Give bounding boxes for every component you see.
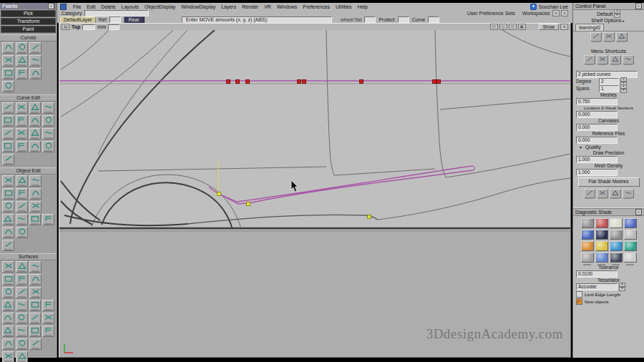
palette-tool-icon[interactable] (42, 300, 54, 311)
palette-tool-icon[interactable] (16, 338, 28, 350)
palette-tool-icon[interactable] (2, 141, 14, 152)
shelf-tool-icon[interactable] (584, 189, 595, 198)
viewport-scale-field[interactable] (82, 24, 95, 30)
palette-tool-paint[interactable]: Paint (1, 26, 56, 33)
palette-tool-icon[interactable] (2, 42, 14, 54)
diagnostic-shade-icon[interactable] (595, 241, 608, 251)
tab-learning2[interactable]: learning#2 (575, 24, 604, 31)
diagnostic-shade-icon[interactable] (581, 218, 594, 228)
menu-layers[interactable]: Layers (218, 4, 239, 9)
palette-tool-icon[interactable] (2, 326, 14, 337)
palette-section-curves[interactable]: Curves (0, 34, 57, 41)
palette-tool-icon[interactable] (29, 68, 42, 79)
user-preference-sets-label[interactable]: User Preference Sets (467, 11, 515, 16)
palette-tool-icon[interactable] (42, 141, 54, 152)
palette-tool-icon[interactable] (29, 102, 42, 114)
palette-tool-icon[interactable] (2, 214, 14, 225)
palette-tool-icon[interactable] (29, 55, 42, 67)
palette-tool-icon[interactable] (2, 240, 14, 251)
spans-field[interactable]: 1 (599, 85, 619, 92)
diagnostic-shade-icon[interactable] (595, 253, 608, 263)
palette-tool-icon[interactable] (16, 175, 28, 187)
menu-shortcuts-button[interactable]: Menu Shortcuts (573, 48, 644, 54)
user-icon[interactable] (530, 4, 537, 10)
diagnostic-shade-icon[interactable] (581, 230, 594, 240)
shelf-tool-icon[interactable] (584, 55, 595, 64)
menu-delete[interactable]: Delete (98, 4, 118, 9)
palette-tool-icon[interactable] (2, 128, 14, 140)
palette-tool-icon[interactable] (2, 274, 14, 285)
palette-tool-icon[interactable] (29, 175, 42, 187)
palette-tool-icon[interactable] (29, 274, 42, 285)
shelf-tool-icon[interactable] (610, 55, 621, 64)
edit-point[interactable] (217, 192, 221, 196)
diagnostic-shade-icon[interactable] (581, 253, 594, 263)
palette-tool-icon[interactable] (2, 201, 14, 212)
palette-tool-icon[interactable] (29, 300, 42, 311)
palette-tool-icon[interactable] (2, 55, 14, 67)
palette-tool-icon[interactable] (29, 115, 42, 127)
control-panel-close-icon[interactable]: ▪ (635, 3, 642, 9)
menu-render[interactable]: Render (239, 4, 261, 9)
diagnostic-shade-icon[interactable] (624, 218, 637, 228)
reference-files-field[interactable]: 0.000 (576, 137, 618, 144)
cv-point[interactable] (359, 79, 364, 84)
palette-tool-icon[interactable] (29, 338, 42, 350)
palette-section-object-edit[interactable]: Object Edit (0, 167, 57, 175)
palette-tool-icon[interactable] (29, 201, 42, 212)
palette-tool-icon[interactable] (16, 300, 28, 311)
tessellator-spinner-icon[interactable]: ▲▼ (619, 283, 625, 291)
palette-tool-icon[interactable] (2, 154, 14, 165)
palette-tool-icon[interactable] (42, 115, 54, 127)
limit-edge-length-checkbox[interactable] (576, 291, 582, 298)
shelf-tool-icon[interactable] (597, 55, 608, 64)
shelf-tool-icon[interactable] (597, 189, 608, 198)
palette-tool-transform[interactable]: Transform (1, 18, 56, 25)
palette-tool-icon[interactable] (2, 81, 14, 92)
locators-field[interactable]: 0.000 (576, 111, 618, 118)
diagnostic-shade-icon[interactable] (610, 230, 623, 240)
palette-tool-icon[interactable] (16, 261, 28, 273)
diagnostic-shade-icon[interactable] (624, 230, 637, 240)
palette-titlebar[interactable]: Palette ▪ (0, 3, 57, 9)
diagnostic-shade-icon[interactable] (581, 241, 594, 251)
canvases-field[interactable]: 0.000 (576, 124, 618, 131)
palette-tool-icon[interactable] (2, 102, 14, 114)
palette-tool-icon[interactable] (16, 201, 28, 212)
diagnostic-shade-icon[interactable] (595, 230, 608, 240)
diagnostic-shade-close-icon[interactable]: ▪ (635, 209, 642, 215)
viewport-grid-field[interactable] (108, 24, 119, 30)
viewport-layout-icon[interactable]: ◳ (509, 24, 517, 30)
palette-tool-pick[interactable]: Pick (1, 10, 56, 17)
app-icon[interactable] (60, 4, 67, 10)
viewport-split-icon[interactable]: ◱ (499, 24, 507, 30)
mesh-density-field[interactable]: 1.000 (576, 169, 618, 176)
palette-tool-icon[interactable] (2, 175, 14, 187)
diagnostic-shade-icon[interactable] (610, 253, 623, 263)
palette-tool-icon[interactable] (2, 287, 14, 298)
shelf-tool-icon[interactable] (610, 189, 621, 198)
menu-windows[interactable]: Windows (274, 4, 300, 9)
palette-tool-icon[interactable] (2, 300, 14, 311)
default-layer-button[interactable]: DefaultLayer (60, 16, 96, 24)
rear-button[interactable]: Rear (124, 16, 145, 24)
cv-point[interactable] (245, 79, 250, 84)
palette-tool-icon[interactable] (16, 287, 28, 298)
menu-vr[interactable]: VR (261, 4, 274, 9)
show-button[interactable]: Show (539, 24, 559, 30)
category-label[interactable]: Category (62, 11, 82, 16)
viewport-grid-icon[interactable]: ▦ (518, 24, 526, 30)
menu-help[interactable]: Help (355, 4, 371, 9)
workspace-close-icon[interactable]: x (561, 10, 568, 16)
palette-tool-icon[interactable] (2, 115, 14, 127)
cv-point[interactable] (302, 79, 306, 84)
palette-section-surfaces[interactable]: Surfaces (0, 253, 57, 260)
viewport-canvas[interactable]: 3DdesignAcademy.com (59, 30, 570, 357)
cv-point[interactable] (436, 79, 441, 84)
palette-tool-icon[interactable] (16, 102, 28, 114)
prompt-line[interactable]: Enter MOVE amounts (x, y, z) (ABS): (182, 16, 332, 24)
preset-dropdown[interactable]: Default ▲▼ (573, 10, 644, 17)
shelf-options-button[interactable]: Shelf Options ▸ (573, 17, 644, 24)
wheel-flat-field[interactable] (364, 16, 376, 23)
draw-precision-field[interactable]: 1.000 (576, 156, 618, 163)
